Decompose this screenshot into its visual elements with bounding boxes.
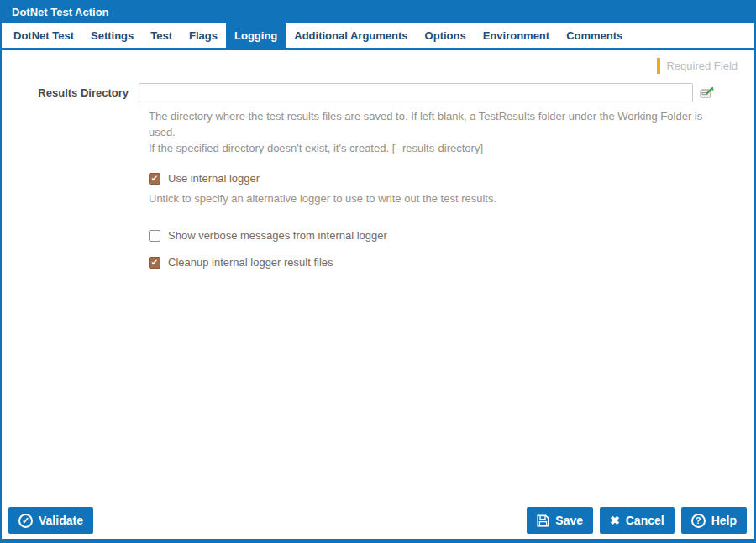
cleanup-result-files-checkbox[interactable]: ✔ [149,257,160,269]
cleanup-result-files-row: ✔ Cleanup internal logger result files [149,256,754,269]
dialog-footer: ✓ Validate Save ✖ Cancel ? Help [2,507,754,539]
tab-flags[interactable]: Flags [181,23,226,48]
tab-settings[interactable]: Settings [82,23,142,48]
show-verbose-messages-checkbox[interactable]: ✔ [149,230,160,242]
use-internal-logger-hint: Untick to specify an alternative logger … [149,192,754,205]
results-directory-row: Results Directory [2,83,754,102]
tab-panel-logging: Required Field Results Directory The dir… [2,50,754,507]
required-field-legend: Required Field [657,58,738,74]
logger-options-section: ✔ Use internal logger Untick to specify … [149,172,754,269]
use-internal-logger-label: Use internal logger [168,172,260,185]
save-button[interactable]: Save [527,507,593,534]
results-directory-help: The directory where the test results fil… [149,108,728,156]
validate-button-label: Validate [39,514,83,527]
tab-dotnet-test[interactable]: DotNet Test [5,23,82,48]
results-directory-help-line1: The directory where the test results fil… [149,108,728,140]
save-floppy-icon [537,514,549,527]
tab-additional-arguments[interactable]: Additional Arguments [286,23,416,48]
use-internal-logger-checkbox[interactable]: ✔ [149,173,160,185]
cancel-x-icon: ✖ [610,514,620,526]
save-button-label: Save [555,514,583,527]
cleanup-result-files-label: Cleanup internal logger result files [168,256,333,269]
tab-bar: DotNet Test Settings Test Flags Logging … [2,23,754,50]
checkmark-icon: ✔ [151,258,158,267]
results-directory-input[interactable] [139,83,693,102]
required-field-label: Required Field [666,60,738,72]
checkmark-icon: ✔ [151,175,158,183]
dialog-title: DotNet Test Action [12,6,109,18]
show-verbose-messages-row: ✔ Show verbose messages from internal lo… [149,229,754,242]
help-button[interactable]: ? Help [681,507,747,534]
help-button-label: Help [711,514,737,527]
tab-environment[interactable]: Environment [475,23,558,48]
cancel-button[interactable]: ✖ Cancel [600,507,675,534]
tab-options[interactable]: Options [417,23,475,48]
show-verbose-messages-label: Show verbose messages from internal logg… [168,229,387,242]
results-directory-label: Results Directory [2,86,139,99]
tab-test[interactable]: Test [142,23,181,48]
tab-comments[interactable]: Comments [558,23,631,48]
tab-logging[interactable]: Logging [226,23,286,48]
validate-check-icon: ✓ [18,514,33,528]
validate-button[interactable]: ✓ Validate [8,507,93,534]
dialog-titlebar: DotNet Test Action [2,0,754,23]
results-directory-help-line2: If the specified directory doesn't exist… [149,140,728,156]
expand-editor-icon[interactable] [700,86,715,99]
dotnet-test-action-dialog: DotNet Test Action DotNet Test Settings … [0,0,756,543]
cancel-button-label: Cancel [626,514,664,527]
use-internal-logger-row: ✔ Use internal logger [149,172,754,185]
help-question-icon: ? [691,514,706,528]
required-field-marker [657,58,660,74]
